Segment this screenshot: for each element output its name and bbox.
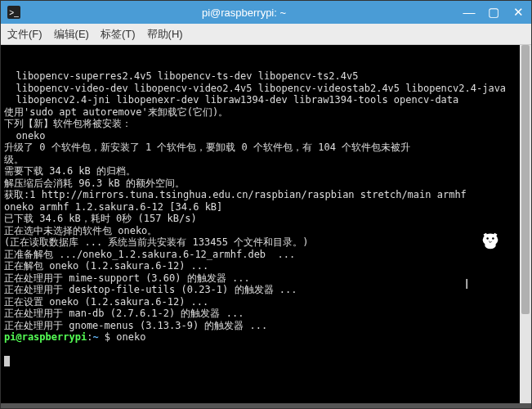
terminal-line: 正在处理用于 gnome-menus (3.13.3-9) 的触发器 ...: [4, 320, 516, 332]
menu-help[interactable]: 帮助(H): [147, 27, 183, 42]
terminal-cursor: [4, 356, 10, 366]
terminal-line: 已下载 34.6 kB，耗时 0秒 (157 kB/s): [4, 213, 516, 225]
terminal-line: 正在处理用于 man-db (2.7.6.1-2) 的触发器 ...: [4, 308, 516, 320]
terminal-line: 正在处理用于 desktop-file-utils (0.23-1) 的触发器 …: [4, 284, 516, 296]
terminal-line: libopencv-superres2.4v5 libopencv-ts-dev…: [4, 70, 516, 83]
terminal-line: 获取:1 http://mirrors.tuna.tsinghua.edu.cn…: [4, 189, 516, 201]
terminal-line: 正在处理用于 mime-support (3.60) 的触发器 ...: [4, 272, 516, 285]
terminal-line: 正在选中未选择的软件包 oneko。: [4, 225, 516, 237]
terminal-line: 下列【新】软件包将被安装：: [4, 118, 516, 130]
terminal-line: 使用'sudo apt autoremove'来卸载它(它们)。: [4, 106, 516, 119]
menu-file[interactable]: 文件(F): [7, 27, 42, 42]
close-button[interactable]: ✕: [512, 5, 525, 20]
minimize-button[interactable]: —: [463, 5, 476, 20]
app-icon: >_: [7, 6, 20, 19]
terminal-line: oneko: [4, 130, 516, 142]
terminal-line: 需要下载 34.6 kB 的归档。: [4, 165, 516, 178]
scroll-thumb[interactable]: [521, 45, 530, 314]
terminal-line: 正在解包 oneko (1.2.sakura.6-12) ...: [4, 260, 516, 272]
terminal-line: 正在设置 oneko (1.2.sakura.6-12) ...: [4, 296, 516, 308]
menu-edit[interactable]: 编辑(E): [54, 27, 89, 42]
terminal-line: oneko armhf 1.2.sakura.6-12 [34.6 kB]: [4, 201, 516, 213]
titlebar[interactable]: >_ pi@raspberrypi: ~ — ▢ ✕: [1, 1, 531, 24]
terminal-line: libopencv2.4-jni libopenexr-dev libraw13…: [4, 94, 516, 106]
window-title: pi@raspberrypi: ~: [25, 7, 463, 19]
command-input[interactable]: oneko: [116, 331, 145, 343]
prompt-path: ~: [92, 331, 98, 343]
scrollbar[interactable]: [520, 45, 531, 403]
menu-tabs[interactable]: 标签(T): [101, 27, 136, 42]
prompt-dollar: $: [99, 331, 117, 343]
terminal-area[interactable]: libopencv-superres2.4v5 libopencv-ts-dev…: [1, 45, 531, 403]
terminal-output[interactable]: libopencv-superres2.4v5 libopencv-ts-dev…: [1, 45, 520, 403]
terminal-line: 解压缩后会消耗 96.3 kB 的额外空间。: [4, 178, 516, 190]
terminal-line: (正在读取数据库 ... 系统当前共安装有 133455 个文件和目录。): [4, 236, 516, 249]
terminal-window: >_ pi@raspberrypi: ~ — ▢ ✕ 文件(F) 编辑(E) 标…: [0, 0, 532, 409]
window-controls: — ▢ ✕: [463, 5, 525, 20]
bottom-edge: [1, 403, 531, 408]
maximize-button[interactable]: ▢: [487, 5, 500, 20]
terminal-line: libopencv-video-dev libopencv-video2.4v5…: [4, 83, 516, 95]
prompt-user: pi@raspberrypi: [4, 331, 87, 343]
terminal-line: 级。: [4, 154, 516, 166]
terminal-line: 升级了 0 个软件包，新安装了 1 个软件包，要卸载 0 个软件包，有 104 …: [4, 142, 516, 154]
menubar: 文件(F) 编辑(E) 标签(T) 帮助(H): [1, 24, 531, 45]
terminal-line: 正准备解包 .../oneko_1.2.sakura.6-12_armhf.de…: [4, 249, 516, 261]
